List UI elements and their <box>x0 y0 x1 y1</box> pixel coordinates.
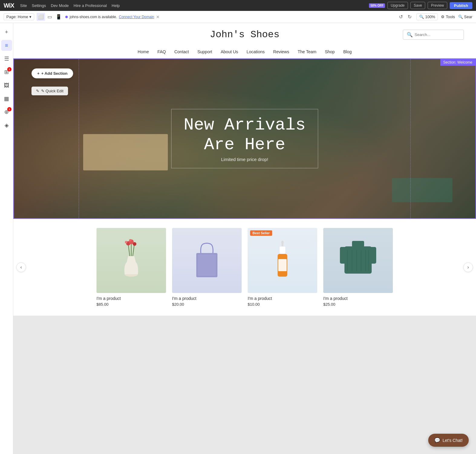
pages-icon: ≡ <box>5 42 8 49</box>
nav-site[interactable]: Site <box>20 3 27 8</box>
hero-background: New Arrivals Are Here Limited time price… <box>14 59 475 218</box>
redo-button[interactable]: ↻ <box>406 13 413 20</box>
nav-team[interactable]: The Team <box>298 49 316 54</box>
section-welcome-badge: Section: Welcome <box>440 59 476 66</box>
svg-rect-17 <box>344 246 372 274</box>
nav-help[interactable]: Help <box>112 3 120 8</box>
top-bar-right: 50% OFF Upgrade Save Preview Publish <box>369 2 472 9</box>
page-selector[interactable]: Page: Home ▾ <box>4 13 34 20</box>
nav-faq[interactable]: FAQ <box>157 49 166 54</box>
products-section: ‹ <box>13 219 476 316</box>
chat-icon: 💬 <box>434 437 440 443</box>
site-nav: Home FAQ Contact Support About Us Locati… <box>13 46 476 58</box>
sidebar-menus[interactable]: ☰ <box>1 53 12 64</box>
sidebar-pages[interactable]: ≡ <box>1 40 12 51</box>
main-layout: + ≡ ☰ ⊞ 1 🖼 ▦ ⊕ 1 ◈ + + Add Section <box>0 23 476 454</box>
product-name-2: I'm a product <box>172 296 242 301</box>
chat-button[interactable]: 💬 Let's Chat! <box>428 434 469 447</box>
hero-section: New Arrivals Are Here Limited time price… <box>13 58 476 219</box>
search-input[interactable] <box>415 32 460 37</box>
product-card-4[interactable]: I'm a product $25.00 <box>323 228 393 307</box>
nav-blog[interactable]: Blog <box>343 49 352 54</box>
product-image-1 <box>96 228 166 293</box>
nav-about[interactable]: About Us <box>221 49 238 54</box>
nav-shop[interactable]: Shop <box>325 49 335 54</box>
upgrade-button[interactable]: Upgrade <box>387 2 408 9</box>
nav-home[interactable]: Home <box>138 49 149 54</box>
svg-rect-15 <box>278 259 287 271</box>
media-icon: 🖼 <box>4 82 9 89</box>
svg-line-1 <box>128 244 130 256</box>
publish-button[interactable]: Publish <box>450 2 472 9</box>
desktop-icon[interactable]: ⬜ <box>37 13 45 21</box>
sidebar-media[interactable]: 🖼 <box>1 80 12 91</box>
save-button[interactable]: Save <box>410 2 425 9</box>
top-bar-nav: Site Settings Dev Mode Hire a Profession… <box>20 3 120 8</box>
canvas-area: + + Add Section ✎ ✎ Quick Edit John's Sh… <box>13 23 476 454</box>
carousel-prev-button[interactable]: ‹ <box>16 262 26 272</box>
nav-contact[interactable]: Contact <box>174 49 189 54</box>
apps-badge: 1 <box>7 67 11 71</box>
product-card-1[interactable]: I'm a product $85.00 <box>96 228 166 307</box>
connect-domain-link[interactable]: Connect Your Domain <box>119 15 154 19</box>
search-button[interactable]: 🔍 Sear <box>458 15 472 19</box>
svg-rect-16 <box>352 241 364 247</box>
domain-dot-icon <box>65 16 68 18</box>
zoom-icon: 🔍 <box>419 15 424 19</box>
sidebar-add[interactable]: + <box>1 27 12 38</box>
bottle-illustration <box>273 238 292 283</box>
sidebar-layers[interactable]: ◈ <box>1 120 12 131</box>
svg-line-3 <box>133 245 134 256</box>
search-icon: 🔍 <box>458 15 463 19</box>
sidebar-blocks[interactable]: ▦ <box>1 93 12 104</box>
svg-point-8 <box>129 239 132 242</box>
bag-illustration <box>192 238 222 283</box>
undo-button[interactable]: ↺ <box>397 13 405 20</box>
left-sidebar: + ≡ ☰ ⊞ 1 🖼 ▦ ⊕ 1 ◈ <box>0 23 13 454</box>
add-section-button[interactable]: + + Add Section <box>31 68 73 78</box>
undo-redo-group: ↺ ↻ <box>397 13 413 20</box>
product-image-2 <box>172 228 242 293</box>
zoom-control[interactable]: 🔍 100% <box>416 13 438 20</box>
product-card-2[interactable]: I'm a product $20.00 <box>172 228 242 307</box>
nav-hire[interactable]: Hire a Professional <box>73 3 107 8</box>
nav-devmode[interactable]: Dev Mode <box>51 3 69 8</box>
hero-table-decoration <box>392 178 452 202</box>
nav-reviews[interactable]: Reviews <box>273 49 289 54</box>
mobile-icon[interactable]: 📱 <box>54 13 63 21</box>
nav-locations[interactable]: Locations <box>246 49 265 54</box>
chevron-down-icon: ▾ <box>29 15 31 19</box>
menus-icon: ☰ <box>4 55 9 62</box>
hero-subtitle: Limited time price drop! <box>184 157 305 162</box>
guide-line-left <box>79 59 79 218</box>
preview-button[interactable]: Preview <box>428 2 447 9</box>
chat-label: Let's Chat! <box>443 438 463 443</box>
blocks-icon: ▦ <box>4 95 9 102</box>
tablet-icon[interactable]: ▭ <box>46 13 53 21</box>
zoom-level: 100% <box>425 15 435 19</box>
product-card-3[interactable]: Best Seller <box>248 228 317 307</box>
product-price-1: $85.00 <box>96 302 166 307</box>
product-name-3: I'm a product <box>248 296 317 301</box>
svg-rect-10 <box>198 255 216 276</box>
search-icon: 🔍 <box>407 32 413 38</box>
guide-line-right <box>410 59 411 218</box>
sweater-illustration <box>338 238 378 283</box>
sidebar-apps[interactable]: ⊞ 1 <box>1 67 12 77</box>
quick-edit-button[interactable]: ✎ ✎ Quick Edit <box>31 87 68 95</box>
svg-rect-13 <box>279 246 285 254</box>
svg-point-6 <box>133 242 136 246</box>
svg-point-7 <box>125 241 127 243</box>
site-header: John's Shoes 🔍 <box>13 23 476 46</box>
close-domain-icon[interactable]: ✕ <box>156 15 160 19</box>
nav-settings[interactable]: Settings <box>32 3 46 8</box>
tools-button[interactable]: ⚙ Tools <box>441 15 455 19</box>
addons-badge: 1 <box>7 107 11 111</box>
hero-text-box[interactable]: New Arrivals Are Here Limited time price… <box>171 109 318 168</box>
site-search[interactable]: 🔍 <box>403 30 464 40</box>
sidebar-addons[interactable]: ⊕ 1 <box>1 107 12 117</box>
carousel-next-button[interactable]: › <box>463 262 473 272</box>
tools-icon: ⚙ <box>441 15 445 19</box>
product-price-4: $25.00 <box>323 302 393 307</box>
nav-support[interactable]: Support <box>197 49 212 54</box>
